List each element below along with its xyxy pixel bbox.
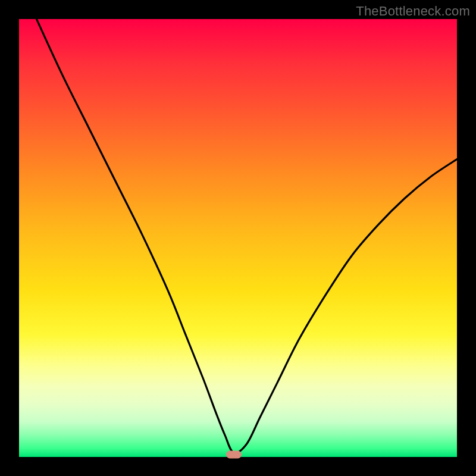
bottleneck-curve bbox=[19, 19, 457, 457]
plot-area bbox=[19, 19, 457, 457]
optimal-point-marker bbox=[226, 451, 242, 459]
chart-frame: TheBottleneck.com bbox=[0, 0, 476, 476]
watermark-text: TheBottleneck.com bbox=[356, 4, 470, 19]
